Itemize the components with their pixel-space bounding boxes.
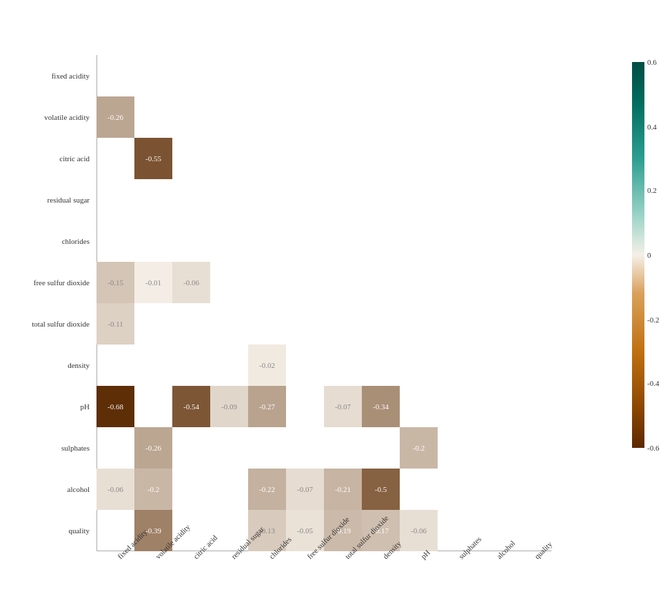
- y-label-1: volatile acidity: [44, 113, 90, 121]
- y-axis-labels: fixed acidityvolatile aciditycitric acid…: [0, 55, 95, 551]
- y-label-11: quality: [68, 526, 90, 535]
- legend-label--0p4: -0.4: [647, 379, 659, 387]
- cell-r10-c6: -0.21: [324, 469, 362, 510]
- x-axis-labels: fixed acidityvolatile aciditycitric acid…: [96, 551, 551, 613]
- cell-r1-c0: -0.26: [96, 96, 134, 138]
- cell-r5-c1: -0.01: [134, 262, 172, 303]
- cell-r10-c7: -0.5: [362, 469, 400, 510]
- legend-label-0p6: 0.6: [647, 58, 657, 66]
- y-label-8: pH: [81, 402, 90, 411]
- cell-r7-c4: -0.02: [248, 345, 286, 386]
- cell-r2-c1: -0.55: [134, 138, 172, 179]
- cell-r5-c0: -0.15: [96, 262, 134, 303]
- y-label-10: alcohol: [68, 485, 90, 493]
- y-label-2: citric acid: [59, 154, 90, 163]
- y-label-0: fixed acidity: [52, 72, 90, 80]
- legend-label-0: 0: [647, 251, 651, 259]
- y-label-3: residual sugar: [48, 196, 90, 204]
- cell-r9-c8: -0.2: [400, 427, 438, 469]
- cell-r8-c0: -0.68: [96, 386, 134, 427]
- legend-label--0p2: -0.2: [647, 316, 659, 324]
- cell-r10-c1: -0.2: [134, 469, 172, 510]
- legend-bar: [632, 62, 644, 448]
- cell-r8-c6: -0.07: [324, 386, 362, 427]
- cell-r10-c4: -0.22: [248, 469, 286, 510]
- cell-r8-c7: -0.34: [362, 386, 400, 427]
- chart-container: fixed acidityvolatile aciditycitric acid…: [0, 0, 672, 616]
- y-label-7: density: [68, 361, 90, 369]
- cell-r10-c5: -0.07: [286, 469, 324, 510]
- grid-area: -0.26-0.55-0.15-0.01-0.06-0.11-0.02-0.68…: [96, 55, 551, 551]
- legend-label-0p4: 0.4: [647, 123, 657, 131]
- cell-r9-c1: -0.26: [134, 427, 172, 469]
- cell-r6-c0: -0.11: [96, 303, 134, 345]
- y-label-9: sulphates: [61, 444, 90, 452]
- cell-r8-c3: -0.09: [210, 386, 248, 427]
- legend-label--0p6: -0.6: [647, 444, 659, 452]
- legend: 0.60.40.20-0.2-0.4-0.6: [632, 62, 660, 475]
- y-label-5: free sulfur dioxide: [34, 278, 90, 287]
- cell-r8-c2: -0.54: [172, 386, 210, 427]
- cell-r8-c4: -0.27: [248, 386, 286, 427]
- legend-label-0p2: 0.2: [647, 186, 657, 194]
- cell-r10-c0: -0.06: [96, 469, 134, 510]
- cell-r11-c8: -0.06: [400, 510, 438, 551]
- y-label-4: chlorides: [62, 237, 90, 245]
- cell-r5-c2: -0.06: [172, 262, 210, 303]
- y-label-6: total sulfur dioxide: [32, 320, 90, 328]
